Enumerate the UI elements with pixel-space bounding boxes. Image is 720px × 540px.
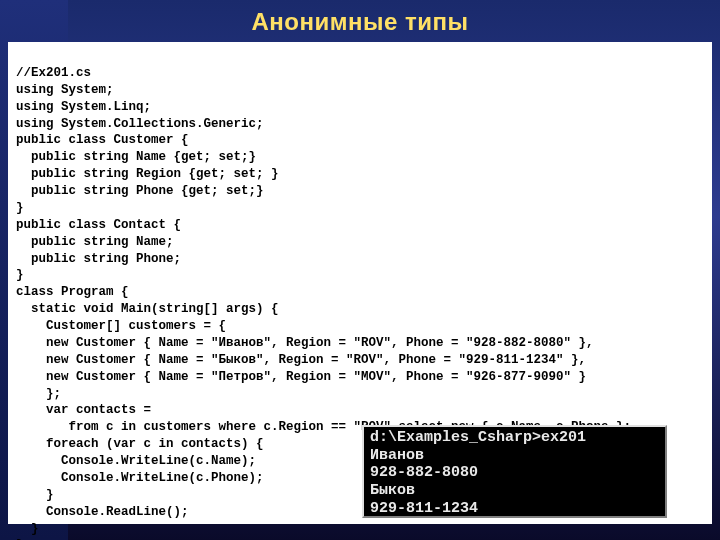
code-line: new Customer { Name = "Петров", Region =…	[16, 370, 586, 384]
code-line: using System;	[16, 83, 114, 97]
code-line: foreach (var c in contacts) {	[16, 437, 264, 451]
console-line: 928-882-8080	[370, 464, 478, 481]
code-line: new Customer { Name = "Быков", Region = …	[16, 353, 586, 367]
code-line: }	[16, 522, 39, 536]
code-block: //Ex201.cs using System; using System.Li…	[8, 42, 712, 524]
console-line: Быков	[370, 482, 415, 499]
code-line: Console.WriteLine(c.Name);	[16, 454, 256, 468]
code-line: public string Phone;	[16, 252, 181, 266]
code-line: public string Name;	[16, 235, 174, 249]
code-line: //Ex201.cs	[16, 66, 91, 80]
code-line: var contacts =	[16, 403, 151, 417]
code-line: Customer[] customers = {	[16, 319, 226, 333]
code-line: Console.ReadLine();	[16, 505, 189, 519]
code-line: }	[16, 201, 24, 215]
console-line: Иванов	[370, 447, 424, 464]
code-line: public class Contact {	[16, 218, 181, 232]
code-line: Console.WriteLine(c.Phone);	[16, 471, 264, 485]
code-line: };	[16, 387, 61, 401]
code-line: new Customer { Name = "Иванов", Region =…	[16, 336, 594, 350]
code-line: public string Name {get; set;}	[16, 150, 256, 164]
code-line: using System.Collections.Generic;	[16, 117, 264, 131]
code-line: }	[16, 488, 54, 502]
code-line: static void Main(string[] args) {	[16, 302, 279, 316]
code-line: public string Region {get; set; }	[16, 167, 279, 181]
code-line: public class Customer {	[16, 133, 189, 147]
slide-title: Анонимные типы	[0, 0, 720, 42]
console-output: d:\Examples_Csharp>ex201 Иванов 928-882-…	[362, 425, 667, 518]
console-line: d:\Examples_Csharp>ex201	[370, 429, 586, 446]
code-line: public string Phone {get; set;}	[16, 184, 264, 198]
code-line: using System.Linq;	[16, 100, 151, 114]
console-line: 929-811-1234	[370, 500, 478, 517]
code-line: }	[16, 268, 24, 282]
code-line: class Program {	[16, 285, 129, 299]
